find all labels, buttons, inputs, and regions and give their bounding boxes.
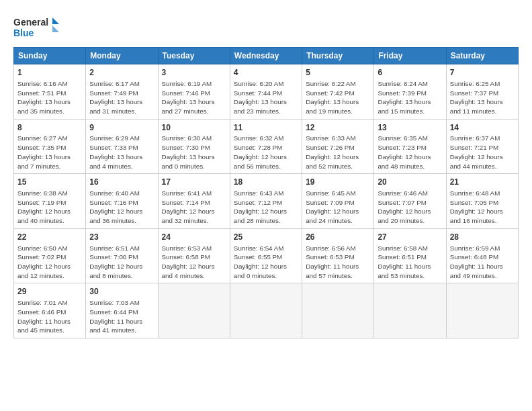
calendar-cell: 29Sunrise: 7:01 AM Sunset: 6:46 PM Dayli… [14, 283, 86, 338]
day-info: Sunrise: 6:41 AM Sunset: 7:14 PM Dayligh… [162, 189, 226, 226]
day-info: Sunrise: 6:16 AM Sunset: 7:51 PM Dayligh… [17, 79, 82, 116]
day-number: 4 [234, 67, 298, 79]
calendar-header-row: SundayMondayTuesdayWednesdayThursdayFrid… [14, 48, 519, 64]
day-number: 30 [89, 286, 154, 298]
day-number: 15 [17, 177, 82, 188]
calendar-cell [446, 283, 518, 338]
day-info: Sunrise: 6:54 AM Sunset: 6:55 PM Dayligh… [234, 244, 298, 281]
calendar-cell: 2Sunrise: 6:17 AM Sunset: 7:49 PM Daylig… [86, 64, 158, 120]
day-info: Sunrise: 6:32 AM Sunset: 7:28 PM Dayligh… [234, 134, 298, 171]
day-number: 6 [378, 67, 442, 79]
day-info: Sunrise: 6:22 AM Sunset: 7:42 PM Dayligh… [306, 79, 370, 116]
calendar-cell: 23Sunrise: 6:51 AM Sunset: 7:00 PM Dayli… [86, 228, 158, 283]
svg-marker-3 [52, 26, 59, 32]
day-number: 5 [306, 67, 370, 79]
calendar-week-2: 8Sunrise: 6:27 AM Sunset: 7:35 PM Daylig… [14, 119, 519, 174]
day-info: Sunrise: 6:40 AM Sunset: 7:16 PM Dayligh… [89, 189, 154, 226]
calendar-cell: 4Sunrise: 6:20 AM Sunset: 7:44 PM Daylig… [230, 64, 302, 120]
day-number: 22 [17, 232, 82, 243]
day-header-wednesday: Wednesday [230, 48, 302, 64]
svg-marker-2 [52, 17, 59, 24]
day-info: Sunrise: 7:03 AM Sunset: 6:44 PM Dayligh… [89, 298, 154, 335]
day-info: Sunrise: 6:33 AM Sunset: 7:26 PM Dayligh… [306, 134, 370, 171]
day-number: 10 [162, 122, 226, 134]
calendar-cell: 16Sunrise: 6:40 AM Sunset: 7:16 PM Dayli… [86, 174, 158, 229]
day-info: Sunrise: 6:24 AM Sunset: 7:39 PM Dayligh… [378, 79, 442, 116]
calendar-cell: 10Sunrise: 6:30 AM Sunset: 7:30 PM Dayli… [158, 119, 230, 174]
day-number: 8 [17, 122, 82, 134]
day-number: 19 [306, 177, 370, 188]
day-number: 13 [378, 122, 442, 134]
day-info: Sunrise: 6:50 AM Sunset: 7:02 PM Dayligh… [17, 244, 82, 281]
day-number: 26 [306, 232, 370, 243]
day-header-saturday: Saturday [446, 48, 518, 64]
calendar-cell: 14Sunrise: 6:37 AM Sunset: 7:21 PM Dayli… [446, 119, 518, 174]
calendar-cell: 5Sunrise: 6:22 AM Sunset: 7:42 PM Daylig… [302, 64, 374, 120]
calendar-cell: 21Sunrise: 6:48 AM Sunset: 7:05 PM Dayli… [446, 174, 518, 229]
day-info: Sunrise: 6:38 AM Sunset: 7:19 PM Dayligh… [17, 189, 82, 226]
day-info: Sunrise: 6:58 AM Sunset: 6:51 PM Dayligh… [378, 244, 442, 281]
calendar-body: 1Sunrise: 6:16 AM Sunset: 7:51 PM Daylig… [14, 64, 519, 338]
day-number: 2 [89, 67, 154, 79]
calendar-cell: 26Sunrise: 6:56 AM Sunset: 6:53 PM Dayli… [302, 228, 374, 283]
logo: General Blue [13, 15, 60, 42]
calendar-cell: 8Sunrise: 6:27 AM Sunset: 7:35 PM Daylig… [14, 119, 86, 174]
day-number: 11 [234, 122, 298, 134]
calendar-cell [158, 283, 230, 338]
day-number: 7 [450, 67, 515, 79]
day-number: 21 [450, 177, 515, 188]
day-number: 28 [450, 232, 515, 243]
calendar-cell: 24Sunrise: 6:53 AM Sunset: 6:58 PM Dayli… [158, 228, 230, 283]
day-info: Sunrise: 6:25 AM Sunset: 7:37 PM Dayligh… [450, 79, 515, 116]
calendar-week-1: 1Sunrise: 6:16 AM Sunset: 7:51 PM Daylig… [14, 64, 519, 120]
calendar-week-5: 29Sunrise: 7:01 AM Sunset: 6:46 PM Dayli… [14, 283, 519, 338]
day-info: Sunrise: 6:37 AM Sunset: 7:21 PM Dayligh… [450, 134, 515, 171]
calendar-cell: 15Sunrise: 6:38 AM Sunset: 7:19 PM Dayli… [14, 174, 86, 229]
calendar-cell: 3Sunrise: 6:19 AM Sunset: 7:46 PM Daylig… [158, 64, 230, 120]
day-header-thursday: Thursday [302, 48, 374, 64]
day-number: 29 [17, 286, 82, 298]
calendar-week-4: 22Sunrise: 6:50 AM Sunset: 7:02 PM Dayli… [14, 228, 519, 283]
calendar-cell: 9Sunrise: 6:29 AM Sunset: 7:33 PM Daylig… [86, 119, 158, 174]
day-info: Sunrise: 6:20 AM Sunset: 7:44 PM Dayligh… [234, 79, 298, 116]
svg-text:Blue: Blue [13, 28, 34, 38]
calendar-cell: 27Sunrise: 6:58 AM Sunset: 6:51 PM Dayli… [374, 228, 446, 283]
calendar-cell [374, 283, 446, 338]
day-info: Sunrise: 6:51 AM Sunset: 7:00 PM Dayligh… [89, 244, 154, 281]
calendar-cell: 22Sunrise: 6:50 AM Sunset: 7:02 PM Dayli… [14, 228, 86, 283]
calendar-cell: 11Sunrise: 6:32 AM Sunset: 7:28 PM Dayli… [230, 119, 302, 174]
day-info: Sunrise: 6:48 AM Sunset: 7:05 PM Dayligh… [450, 189, 515, 226]
calendar-week-3: 15Sunrise: 6:38 AM Sunset: 7:19 PM Dayli… [14, 174, 519, 229]
day-header-monday: Monday [86, 48, 158, 64]
day-info: Sunrise: 6:35 AM Sunset: 7:23 PM Dayligh… [378, 134, 442, 171]
day-number: 23 [89, 232, 154, 243]
calendar-cell: 19Sunrise: 6:45 AM Sunset: 7:09 PM Dayli… [302, 174, 374, 229]
day-info: Sunrise: 6:27 AM Sunset: 7:35 PM Dayligh… [17, 134, 82, 171]
day-header-friday: Friday [374, 48, 446, 64]
day-info: Sunrise: 6:17 AM Sunset: 7:49 PM Dayligh… [89, 79, 154, 116]
day-info: Sunrise: 6:19 AM Sunset: 7:46 PM Dayligh… [162, 79, 226, 116]
calendar-cell [230, 283, 302, 338]
calendar-cell [302, 283, 374, 338]
day-number: 3 [162, 67, 226, 79]
calendar-cell: 12Sunrise: 6:33 AM Sunset: 7:26 PM Dayli… [302, 119, 374, 174]
day-number: 14 [450, 122, 515, 134]
day-number: 25 [234, 232, 298, 243]
svg-text:General: General [13, 17, 48, 28]
day-number: 1 [17, 67, 82, 79]
day-header-sunday: Sunday [14, 48, 86, 64]
calendar-cell: 13Sunrise: 6:35 AM Sunset: 7:23 PM Dayli… [374, 119, 446, 174]
day-number: 18 [234, 177, 298, 188]
calendar-cell: 18Sunrise: 6:43 AM Sunset: 7:12 PM Dayli… [230, 174, 302, 229]
calendar-cell: 7Sunrise: 6:25 AM Sunset: 7:37 PM Daylig… [446, 64, 518, 120]
calendar-cell: 1Sunrise: 6:16 AM Sunset: 7:51 PM Daylig… [14, 64, 86, 120]
day-info: Sunrise: 6:43 AM Sunset: 7:12 PM Dayligh… [234, 189, 298, 226]
day-number: 17 [162, 177, 226, 188]
day-number: 27 [378, 232, 442, 243]
day-info: Sunrise: 6:56 AM Sunset: 6:53 PM Dayligh… [306, 244, 370, 281]
day-info: Sunrise: 6:59 AM Sunset: 6:48 PM Dayligh… [450, 244, 515, 281]
day-info: Sunrise: 6:29 AM Sunset: 7:33 PM Dayligh… [89, 134, 154, 171]
day-number: 9 [89, 122, 154, 134]
day-header-tuesday: Tuesday [158, 48, 230, 64]
day-number: 16 [89, 177, 154, 188]
